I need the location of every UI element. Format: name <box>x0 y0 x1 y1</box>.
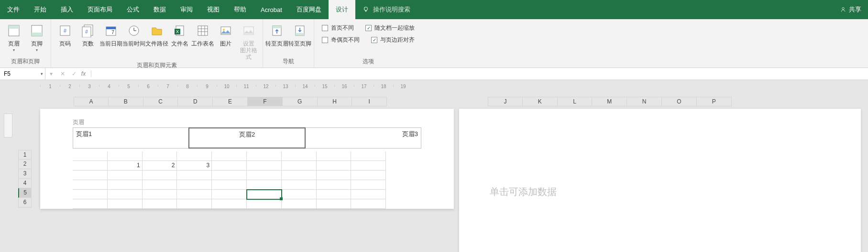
cell-I4[interactable] <box>351 180 386 190</box>
name-box[interactable]: F5 ▾ <box>0 68 45 80</box>
col-header-D[interactable]: D <box>178 97 213 106</box>
row-header-6[interactable]: 6 <box>18 198 32 207</box>
col-header-H[interactable]: H <box>318 97 352 106</box>
row-header-2[interactable]: 2 <box>18 160 32 169</box>
cell-C6[interactable] <box>143 199 177 209</box>
cell-D4[interactable] <box>177 180 212 190</box>
tab-insert[interactable]: 插入 <box>54 0 80 19</box>
cell-I3[interactable] <box>351 171 386 180</box>
tab-pagelayout[interactable]: 页面布局 <box>80 0 120 19</box>
cell-B1[interactable] <box>108 151 143 161</box>
dropdown-icon[interactable]: ▾ <box>45 70 57 77</box>
cell-I2[interactable] <box>351 161 386 171</box>
formula-input[interactable] <box>91 68 868 80</box>
col-header-M[interactable]: M <box>592 97 627 106</box>
cell-G5[interactable] <box>282 190 317 199</box>
col-header-K[interactable]: K <box>523 97 558 106</box>
cell-F1[interactable] <box>247 151 282 161</box>
cell-C4[interactable] <box>143 180 177 190</box>
btn-currenttime[interactable]: 当前时间 <box>123 21 145 47</box>
cell-I1[interactable] <box>351 151 386 161</box>
cell-A3[interactable] <box>73 171 108 180</box>
btn-pagenumber[interactable]: #页码 <box>54 21 76 47</box>
tab-file[interactable]: 文件 <box>0 0 27 19</box>
cell-E6[interactable] <box>212 199 247 209</box>
col-header-F[interactable]: F <box>248 97 283 106</box>
tab-baidu[interactable]: 百度网盘 <box>289 0 329 19</box>
cell-D1[interactable] <box>177 151 212 161</box>
cell-F6[interactable] <box>247 199 282 209</box>
cell-C5[interactable] <box>143 190 177 199</box>
tab-acrobat[interactable]: Acrobat <box>253 0 289 19</box>
cell-A5[interactable] <box>73 190 108 199</box>
row-header-3[interactable]: 3 <box>18 169 32 179</box>
cell-H3[interactable] <box>317 171 352 180</box>
chk-oddeven[interactable]: 奇偶页不同 <box>322 36 360 44</box>
cell-F2[interactable] <box>247 161 282 171</box>
cell-H1[interactable] <box>317 151 352 161</box>
cell-G3[interactable] <box>282 171 317 180</box>
tab-design[interactable]: 设计 <box>329 0 355 19</box>
btn-filename[interactable]: X文件名 <box>169 21 191 47</box>
cell-D5[interactable] <box>177 190 212 199</box>
cell-B6[interactable] <box>108 199 143 209</box>
col-header-C[interactable]: C <box>143 97 178 106</box>
col-header-B[interactable]: B <box>109 97 143 106</box>
chk-alignmargins[interactable]: ✓与页边距对齐 <box>371 36 415 44</box>
cell-E4[interactable] <box>212 180 247 190</box>
btn-gotofooter[interactable]: 转至页脚 <box>289 21 311 47</box>
cell-E3[interactable] <box>212 171 247 180</box>
cell-I6[interactable] <box>351 199 386 209</box>
col-header-N[interactable]: N <box>627 97 662 106</box>
share-button[interactable]: 共享 <box>834 0 868 19</box>
cell-E1[interactable] <box>212 151 247 161</box>
tab-help[interactable]: 帮助 <box>227 0 253 19</box>
cell-C1[interactable] <box>143 151 177 161</box>
header-left[interactable]: 页眉1 <box>73 128 188 148</box>
tab-data[interactable]: 数据 <box>146 0 173 19</box>
cell-B2[interactable]: 1 <box>108 161 143 171</box>
header-right[interactable]: 页眉3 <box>306 128 421 148</box>
cell-A2[interactable] <box>73 161 108 171</box>
cell-F3[interactable] <box>247 171 282 180</box>
btn-footer[interactable]: 页脚 ▾ <box>26 21 48 52</box>
col-header-O[interactable]: O <box>662 97 697 106</box>
cell-B4[interactable] <box>108 180 143 190</box>
cell-F5[interactable] <box>247 190 282 199</box>
cell-C3[interactable] <box>143 171 177 180</box>
cell-G2[interactable] <box>282 161 317 171</box>
tab-home[interactable]: 开始 <box>27 0 54 19</box>
tab-formulas[interactable]: 公式 <box>120 0 146 19</box>
cell-I5[interactable] <box>351 190 386 199</box>
cell-B5[interactable] <box>108 190 143 199</box>
cell-B3[interactable] <box>108 171 143 180</box>
btn-gotoheader[interactable]: 转至页眉 <box>266 21 288 47</box>
cell-H6[interactable] <box>317 199 352 209</box>
cell-H2[interactable] <box>317 161 352 171</box>
cell-E5[interactable] <box>212 190 247 199</box>
fx-icon[interactable]: fx <box>80 70 91 77</box>
btn-header[interactable]: 页眉 ▾ <box>3 21 25 52</box>
cell-A6[interactable] <box>73 199 108 209</box>
cell-D3[interactable] <box>177 171 212 180</box>
btn-sheetname[interactable]: 工作表名 <box>192 21 214 47</box>
cell-F4[interactable] <box>247 180 282 190</box>
cell-C2[interactable]: 2 <box>143 161 177 171</box>
row-header-4[interactable]: 4 <box>18 179 32 188</box>
row-header-5[interactable]: 5 <box>18 188 32 198</box>
col-header-E[interactable]: E <box>213 97 248 106</box>
cell-D2[interactable]: 3 <box>177 161 212 171</box>
col-header-I[interactable]: I <box>352 97 387 106</box>
tell-me-search[interactable]: 操作说明搜索 <box>355 0 418 19</box>
col-header-G[interactable]: G <box>283 97 318 106</box>
cell-E2[interactable] <box>212 161 247 171</box>
col-header-L[interactable]: L <box>558 97 593 106</box>
cell-G1[interactable] <box>282 151 317 161</box>
cell-A4[interactable] <box>73 180 108 190</box>
chk-firstpage[interactable]: 首页不同 <box>322 24 354 32</box>
tab-review[interactable]: 审阅 <box>173 0 200 19</box>
cell-D6[interactable] <box>177 199 212 209</box>
page-2[interactable]: 单击可添加数据 <box>459 109 861 252</box>
row-header-1[interactable]: 1 <box>18 150 32 160</box>
tab-view[interactable]: 视图 <box>200 0 227 19</box>
